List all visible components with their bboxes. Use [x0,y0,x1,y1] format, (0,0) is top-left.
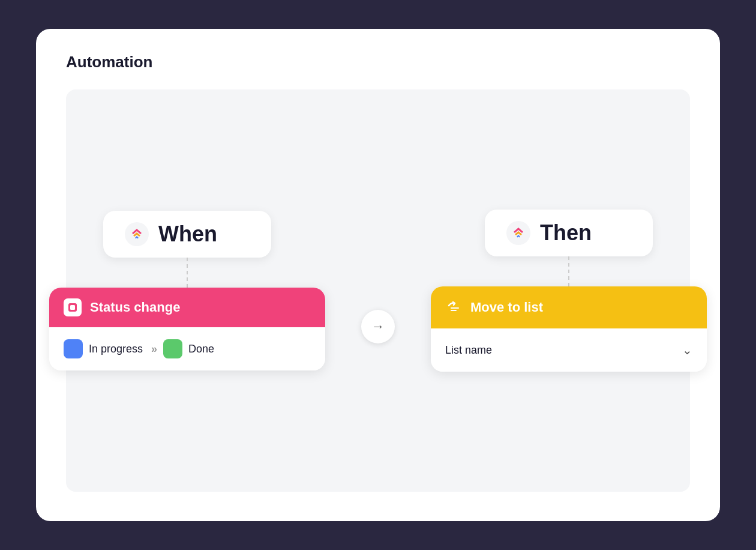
then-connector [568,256,569,286]
arrow-symbol: → [371,319,385,334]
list-name-label: List name [445,344,492,357]
when-column: When Status change [49,211,325,370]
then-header-card[interactable]: Then [485,210,653,256]
then-action-card[interactable]: Move to list List name ⌄ [431,286,707,372]
when-action-body: In progress » Done [49,327,325,370]
to-status-label: Done [188,343,214,355]
flow-arrow-container: → [361,310,395,343]
from-status-dot [64,339,83,358]
from-status-badge: In progress [64,339,143,358]
when-action-label: Status change [90,300,180,315]
status-flow: In progress » Done [64,339,311,358]
flow-container: When Status change [49,210,707,372]
svg-rect-1 [70,305,75,310]
then-action-header: Move to list [431,286,707,328]
status-change-icon [64,298,82,316]
to-status-dot [163,339,182,358]
page-title: Automation [66,53,690,71]
then-action-body: List name ⌄ [431,328,707,372]
when-logo-icon [125,222,149,246]
when-action-header: Status change [49,288,325,327]
list-name-dropdown[interactable]: List name ⌄ [445,340,692,360]
arrow-circle: → [361,310,395,343]
then-column: Then Move to list [431,210,707,372]
then-action-label: Move to list [470,300,543,315]
then-logo-icon [506,221,530,245]
status-arrow: » [151,343,155,355]
when-header-card[interactable]: When [103,211,271,258]
chevron-down-icon: ⌄ [682,343,692,357]
move-to-list-icon [445,297,462,318]
from-status-label: In progress [89,343,143,355]
when-connector [187,258,188,288]
canvas-area: When Status change [66,89,690,492]
main-card: Automation When [36,29,720,521]
then-label: Then [540,220,592,246]
when-label: When [158,222,217,247]
when-action-card[interactable]: Status change In progress » Done [49,288,325,370]
to-status-badge: Done [163,339,214,358]
